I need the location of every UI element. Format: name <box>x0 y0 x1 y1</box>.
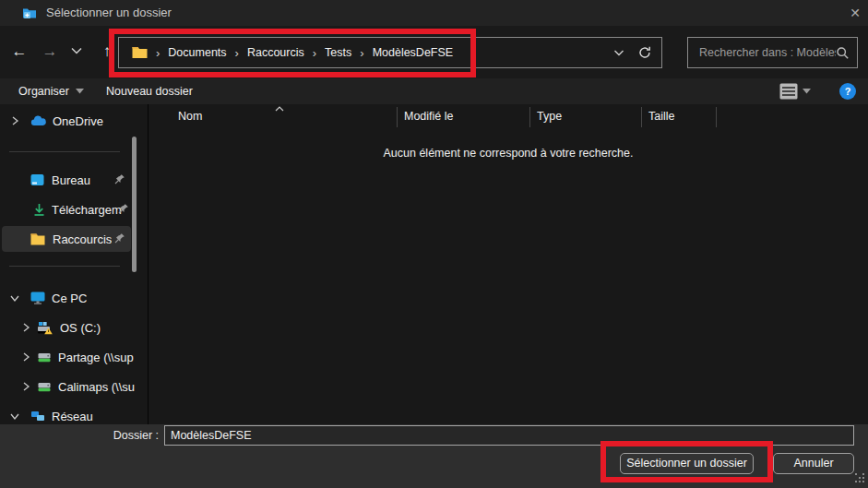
file-list: Nom Modifié le Type Taille Aucun élément… <box>149 104 868 424</box>
sidebar-item-label: OneDrive <box>53 114 103 128</box>
recent-locations-chevron-icon[interactable] <box>70 46 87 59</box>
folder-icon <box>132 46 148 59</box>
os-drive-bitlocker-icon <box>37 321 54 335</box>
sidebar-item-label: Ce PC <box>52 292 87 305</box>
address-bar[interactable]: › Documents › Raccourcis › Tests › Modèl… <box>118 37 662 68</box>
breadcrumb: › Documents › Raccourcis › Tests › Modèl… <box>132 46 613 60</box>
network-drive-icon <box>37 351 52 363</box>
command-bar: Organiser Nouveau dossier ? <box>0 78 868 104</box>
sidebar-scrollbar-thumb[interactable] <box>132 137 137 272</box>
column-separator[interactable] <box>529 107 530 127</box>
select-folder-dialog: Sélectionner un dossier ✕ ← → ↑ › Docume… <box>0 0 868 488</box>
organize-label: Organiser <box>18 78 69 104</box>
empty-list-message: Aucun élément ne correspond à votre rech… <box>149 147 868 160</box>
sidebar-item-label: Réseau <box>52 410 93 423</box>
help-button[interactable]: ? <box>839 83 856 100</box>
breadcrumb-item-documents[interactable]: Documents <box>168 46 226 59</box>
select-folder-button[interactable]: Sélectionner un dossier <box>620 453 754 474</box>
network-icon <box>30 411 45 423</box>
sidebar-item-label: Raccourcis <box>53 232 112 246</box>
column-separator[interactable] <box>641 107 642 127</box>
sidebar-item-partage[interactable]: Partage (\\sup <box>0 344 148 370</box>
sidebar-item-label: OS (C:) <box>60 321 101 335</box>
column-header-nom[interactable]: Nom <box>178 104 202 129</box>
refresh-icon[interactable] <box>637 45 652 60</box>
close-button[interactable]: ✕ <box>843 2 867 24</box>
navigation-pane: OneDrive Bureau Téléchargem <box>0 104 148 424</box>
chevron-down-icon <box>76 89 84 94</box>
network-drive-icon <box>37 381 52 393</box>
forward-button[interactable]: → <box>38 39 62 65</box>
download-icon <box>33 203 45 217</box>
sidebar-item-reseau[interactable]: Réseau <box>0 403 148 424</box>
back-button[interactable]: ← <box>7 39 31 65</box>
sort-ascending-icon <box>274 105 285 113</box>
up-button[interactable]: ↑ <box>95 39 119 65</box>
chevron-right-icon[interactable] <box>20 351 31 363</box>
sidebar-item-label: Téléchargem <box>52 203 122 217</box>
column-header-type[interactable]: Type <box>537 104 562 129</box>
chevron-down-icon[interactable] <box>9 411 20 422</box>
breadcrumb-separator: › <box>313 46 316 60</box>
pin-icon[interactable] <box>113 173 125 186</box>
window-title: Sélectionner un dossier <box>46 0 172 26</box>
search-icon[interactable] <box>836 46 850 60</box>
sidebar-item-label: Bureau <box>52 173 90 187</box>
resize-grip[interactable] <box>854 472 867 485</box>
sidebar-item-os-c[interactable]: OS (C:) <box>0 315 148 340</box>
cancel-button[interactable]: Annuler <box>773 453 854 474</box>
sidebar-divider <box>9 151 120 152</box>
change-view-button[interactable] <box>779 82 818 101</box>
new-folder-button[interactable]: Nouveau dossier <box>106 78 193 104</box>
navigation-bar: ← → ↑ › Documents › Raccourcis › Tests › <box>0 26 868 78</box>
title-bar: Sélectionner un dossier ✕ <box>0 0 868 26</box>
chevron-right-icon[interactable] <box>20 381 31 392</box>
desktop-icon <box>30 173 44 186</box>
column-separator[interactable] <box>716 107 717 127</box>
sidebar-item-ce-pc[interactable]: Ce PC <box>0 285 148 311</box>
column-header-modifie-le[interactable]: Modifié le <box>404 104 454 129</box>
new-folder-dialog-icon <box>22 6 37 20</box>
sidebar-item-telechargements[interactable]: Téléchargem <box>0 196 148 222</box>
sidebar-divider <box>9 266 120 267</box>
pin-icon[interactable] <box>113 232 125 245</box>
address-dropdown-chevron-icon[interactable] <box>613 49 624 57</box>
chevron-right-icon[interactable] <box>20 322 31 333</box>
breadcrumb-item-raccourcis[interactable]: Raccourcis <box>247 46 304 59</box>
column-separator[interactable] <box>397 107 398 127</box>
sidebar-item-raccourcis[interactable]: Raccourcis <box>0 226 148 252</box>
sidebar-item-bureau[interactable]: Bureau <box>0 167 148 193</box>
chevron-right-icon[interactable] <box>9 115 20 126</box>
chevron-down-icon <box>803 89 811 94</box>
breadcrumb-separator: › <box>235 46 239 60</box>
computer-icon <box>30 292 45 304</box>
sidebar-item-calimaps[interactable]: Calimaps (\\su <box>0 374 148 399</box>
onedrive-cloud-icon <box>30 115 46 126</box>
breadcrumb-separator: › <box>156 46 160 60</box>
sidebar-item-label: Partage (\\sup <box>58 351 134 364</box>
folder-name-label: Dossier : <box>92 429 159 442</box>
column-header-taille[interactable]: Taille <box>648 104 675 129</box>
breadcrumb-item-tests[interactable]: Tests <box>325 46 351 59</box>
chevron-down-icon[interactable] <box>9 292 20 304</box>
breadcrumb-item-modelesdefse[interactable]: ModèlesDeFSE <box>373 46 454 59</box>
organize-menu-button[interactable]: Organiser <box>18 78 84 104</box>
folder-icon <box>30 233 45 245</box>
breadcrumb-separator: › <box>360 46 363 60</box>
list-view-icon <box>779 83 798 100</box>
search-box[interactable] <box>687 37 858 68</box>
sidebar-item-onedrive[interactable]: OneDrive <box>0 108 148 134</box>
pin-icon[interactable] <box>116 203 129 216</box>
sidebar-item-label: Calimaps (\\su <box>58 380 135 394</box>
search-input[interactable] <box>699 46 836 59</box>
folder-name-input[interactable] <box>164 425 854 446</box>
